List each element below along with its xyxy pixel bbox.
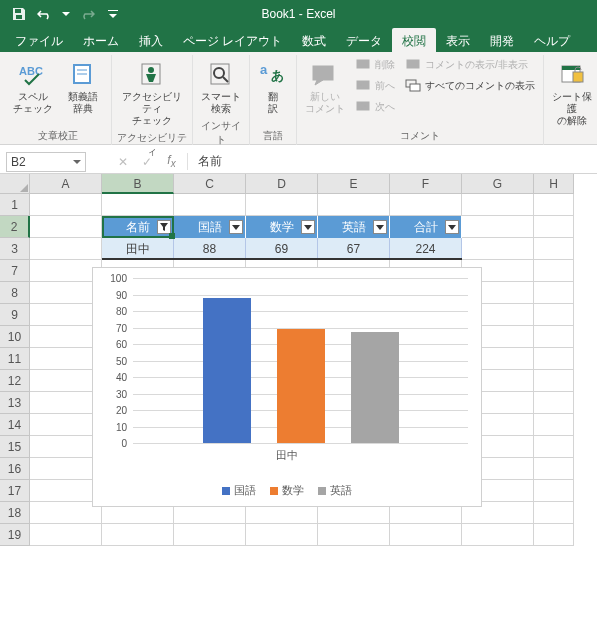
table-row[interactable]: 田中 88 69 67 224 bbox=[102, 238, 462, 260]
fx-icon[interactable]: fx bbox=[164, 153, 188, 169]
qat-customize-icon[interactable] bbox=[104, 5, 122, 23]
tab-developer[interactable]: 開発 bbox=[480, 28, 524, 52]
unprotect-sheet-button[interactable]: シート保護 の解除 bbox=[548, 55, 596, 129]
table-header[interactable]: 国語 bbox=[174, 216, 246, 238]
tab-data[interactable]: データ bbox=[336, 28, 392, 52]
tab-insert[interactable]: 挿入 bbox=[129, 28, 173, 52]
table-header[interactable]: 合計 bbox=[390, 216, 462, 238]
tab-view[interactable]: 表示 bbox=[436, 28, 480, 52]
cell[interactable] bbox=[30, 194, 102, 216]
cell[interactable] bbox=[102, 194, 174, 216]
name-box[interactable]: B2 bbox=[6, 152, 86, 172]
col-header-f[interactable]: F bbox=[390, 174, 462, 194]
cell[interactable] bbox=[534, 326, 574, 348]
cell[interactable] bbox=[462, 238, 534, 260]
worksheet-grid[interactable]: A B C D E F G H 123789101112131415161718… bbox=[0, 174, 597, 546]
cell[interactable] bbox=[318, 524, 390, 546]
tab-formulas[interactable]: 数式 bbox=[292, 28, 336, 52]
cell[interactable] bbox=[534, 304, 574, 326]
cell[interactable] bbox=[534, 348, 574, 370]
row-header[interactable]: 8 bbox=[0, 282, 30, 304]
cell[interactable] bbox=[534, 260, 574, 282]
show-all-comments-button[interactable]: すべてのコメントの表示 bbox=[401, 76, 539, 96]
cancel-formula-icon: ✕ bbox=[118, 155, 128, 169]
row-header[interactable]: 2 bbox=[0, 216, 30, 238]
col-header-h[interactable]: H bbox=[534, 174, 574, 194]
cell[interactable] bbox=[462, 524, 534, 546]
cell[interactable] bbox=[390, 524, 462, 546]
namebox-dropdown-icon[interactable] bbox=[73, 158, 81, 166]
tab-home[interactable]: ホーム bbox=[73, 28, 129, 52]
smart-lookup-icon bbox=[205, 57, 237, 89]
undo-dropdown-icon[interactable] bbox=[62, 5, 70, 23]
cell[interactable] bbox=[30, 524, 102, 546]
chart-bar bbox=[351, 332, 399, 443]
row-header[interactable]: 15 bbox=[0, 436, 30, 458]
tab-file[interactable]: ファイル bbox=[5, 28, 73, 52]
select-all-triangle[interactable] bbox=[0, 174, 30, 194]
filter-dropdown-icon[interactable] bbox=[373, 220, 387, 234]
cell[interactable] bbox=[534, 216, 574, 238]
cell[interactable] bbox=[534, 436, 574, 458]
translate-button[interactable]: aあ 翻 訳 bbox=[254, 55, 292, 117]
cell[interactable] bbox=[534, 458, 574, 480]
cell[interactable] bbox=[174, 524, 246, 546]
cell[interactable] bbox=[462, 216, 534, 238]
tab-pagelayout[interactable]: ページ レイアウト bbox=[173, 28, 292, 52]
cell[interactable] bbox=[102, 524, 174, 546]
col-header-a[interactable]: A bbox=[30, 174, 102, 194]
row-header[interactable]: 16 bbox=[0, 458, 30, 480]
cell[interactable] bbox=[390, 194, 462, 216]
cell[interactable] bbox=[174, 194, 246, 216]
table-header[interactable]: 名前 bbox=[102, 216, 174, 238]
row-header[interactable]: 17 bbox=[0, 480, 30, 502]
cell[interactable] bbox=[246, 524, 318, 546]
table-header[interactable]: 数学 bbox=[246, 216, 318, 238]
col-header-e[interactable]: E bbox=[318, 174, 390, 194]
row-header[interactable]: 9 bbox=[0, 304, 30, 326]
cell[interactable] bbox=[534, 238, 574, 260]
row-header[interactable]: 3 bbox=[0, 238, 30, 260]
col-header-c[interactable]: C bbox=[174, 174, 246, 194]
filter-dropdown-icon[interactable] bbox=[445, 220, 459, 234]
row-header[interactable]: 7 bbox=[0, 260, 30, 282]
embedded-chart[interactable]: 0102030405060708090100 田中 国語数学英語 bbox=[92, 267, 482, 507]
thesaurus-button[interactable]: 類義語 辞典 bbox=[59, 55, 107, 117]
col-header-b[interactable]: B bbox=[102, 174, 174, 194]
cell[interactable] bbox=[318, 194, 390, 216]
row-header[interactable]: 11 bbox=[0, 348, 30, 370]
cell[interactable] bbox=[534, 414, 574, 436]
undo-icon[interactable] bbox=[36, 5, 54, 23]
cell[interactable] bbox=[534, 370, 574, 392]
filter-dropdown-icon[interactable] bbox=[301, 220, 315, 234]
cell[interactable] bbox=[534, 392, 574, 414]
cell[interactable] bbox=[30, 238, 102, 260]
spellcheck-button[interactable]: ABC スペル チェック bbox=[9, 55, 57, 117]
col-header-g[interactable]: G bbox=[462, 174, 534, 194]
col-header-d[interactable]: D bbox=[246, 174, 318, 194]
row-header[interactable]: 10 bbox=[0, 326, 30, 348]
cell[interactable] bbox=[534, 194, 574, 216]
row-header[interactable]: 18 bbox=[0, 502, 30, 524]
cell[interactable] bbox=[534, 502, 574, 524]
row-header[interactable]: 1 bbox=[0, 194, 30, 216]
row-header[interactable]: 12 bbox=[0, 370, 30, 392]
table-header[interactable]: 英語 bbox=[318, 216, 390, 238]
cell[interactable] bbox=[534, 524, 574, 546]
tab-help[interactable]: ヘルプ bbox=[524, 28, 580, 52]
cell[interactable] bbox=[246, 194, 318, 216]
tab-review[interactable]: 校閲 bbox=[392, 28, 436, 52]
cell[interactable] bbox=[534, 480, 574, 502]
smart-lookup-button[interactable]: スマート 検索 bbox=[197, 55, 245, 117]
save-icon[interactable] bbox=[10, 5, 28, 23]
row-header[interactable]: 19 bbox=[0, 524, 30, 546]
formula-input[interactable]: 名前 bbox=[188, 153, 597, 170]
row-header[interactable]: 14 bbox=[0, 414, 30, 436]
cell[interactable] bbox=[30, 216, 102, 238]
cell[interactable] bbox=[462, 194, 534, 216]
accessibility-button[interactable]: アクセシビリティ チェック bbox=[116, 55, 188, 129]
filter-dropdown-icon[interactable] bbox=[229, 220, 243, 234]
cell[interactable] bbox=[534, 282, 574, 304]
row-header[interactable]: 13 bbox=[0, 392, 30, 414]
filter-icon[interactable] bbox=[157, 220, 171, 234]
